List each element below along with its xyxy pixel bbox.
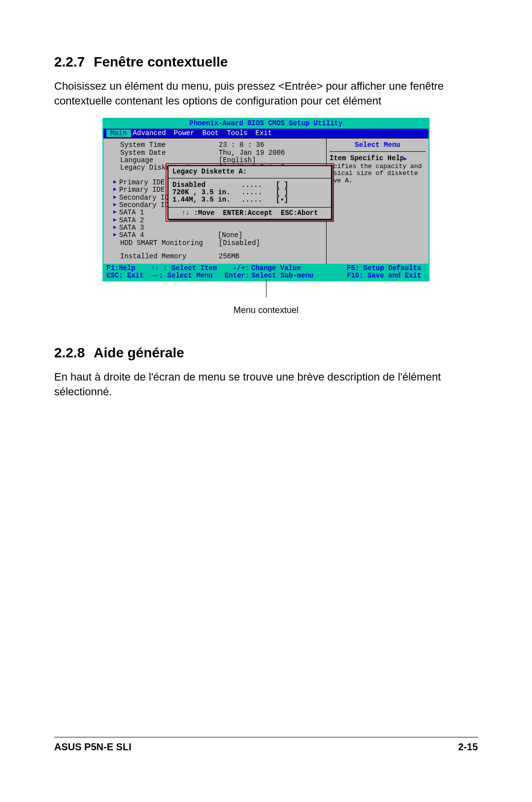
row-value[interactable]: 23 : 8 : 36: [219, 141, 264, 149]
section-num: 2.2.8: [54, 345, 85, 360]
row-value[interactable]: [Disabled]: [219, 240, 260, 247]
section-heading-228: 2.2.8Aide générale: [54, 345, 478, 361]
row-label: System Time: [120, 141, 219, 149]
help-subtitle: Item Specific Help: [330, 154, 426, 163]
bios-help-panel: Select Menu Item Specific Help ecifies t…: [326, 139, 429, 263]
callout-line: [266, 279, 266, 297]
bios-main-panel: System Time23 : 8 : 36 System DateThu, J…: [103, 139, 326, 263]
row-value: [None]: [218, 232, 242, 239]
help-text: ecifies the capacity and ysical size of …: [330, 163, 426, 184]
popup-title: Legacy Diskette A:: [168, 166, 331, 178]
row-label: Language: [120, 157, 219, 164]
callout-label: Menu contextuel: [54, 305, 478, 315]
bios-menu-tools[interactable]: Tools: [225, 130, 253, 137]
bios-screenshot: Phoenix-Award BIOS CMOS Setup Utility Ma…: [54, 118, 478, 315]
popup-option[interactable]: Disabled.....[ ]: [172, 181, 327, 189]
footer-page: 2-15: [458, 741, 478, 753]
row-label: System Date: [120, 149, 219, 157]
bios-footer: F1:Help ↑↓ : Select Item -/+: Change Val…: [103, 264, 429, 281]
bios-menu-boot[interactable]: Boot: [200, 130, 225, 137]
row-value[interactable]: [English]: [219, 157, 256, 164]
popup-option[interactable]: 720K , 3.5 in......[ ]: [172, 189, 327, 196]
section-num: 2.2.7: [54, 54, 85, 70]
section-body-1: Choisissez un élément du menu, puis pres…: [54, 79, 478, 108]
row-value: 256MB: [219, 253, 239, 260]
section-title: Aide générale: [94, 345, 184, 360]
section-heading-227: 2.2.7Fenêtre contextuelle: [54, 54, 478, 70]
row-value[interactable]: Thu, Jan 19 2006: [219, 149, 285, 157]
row-label[interactable]: SATA 4: [119, 232, 218, 239]
page-footer: ASUS P5N-E SLI 2-15: [54, 737, 478, 753]
footer-product: ASUS P5N-E SLI: [54, 741, 132, 753]
bios-menu-power[interactable]: Power: [172, 130, 200, 137]
popup-option[interactable]: 1.44M, 3.5 in......[▪]: [172, 196, 327, 204]
popup-footer: ↑↓ :Move ENTER:Accept ESC:Abort: [168, 208, 331, 219]
bios-menu-exit[interactable]: Exit: [253, 130, 278, 137]
bios-menu-advanced[interactable]: Advanced: [131, 130, 172, 137]
help-title: Select Menu: [330, 141, 426, 151]
bios-menu-bar: Main Advanced Power Boot Tools Exit: [103, 129, 429, 138]
bios-title: Phoenix-Award BIOS CMOS Setup Utility: [103, 119, 429, 128]
popup-dialog: Legacy Diskette A: Disabled.....[ ] 720K…: [167, 165, 332, 220]
section-body-2: En haut à droite de l'écran de menu se t…: [54, 370, 478, 399]
bios-menu-main[interactable]: Main: [106, 130, 131, 137]
row-label: HDD SMART Monitoring: [120, 240, 219, 247]
row-label: Installed Memory: [120, 253, 219, 260]
row-label[interactable]: SATA 3: [119, 224, 218, 232]
section-title: Fenêtre contextuelle: [94, 54, 228, 70]
